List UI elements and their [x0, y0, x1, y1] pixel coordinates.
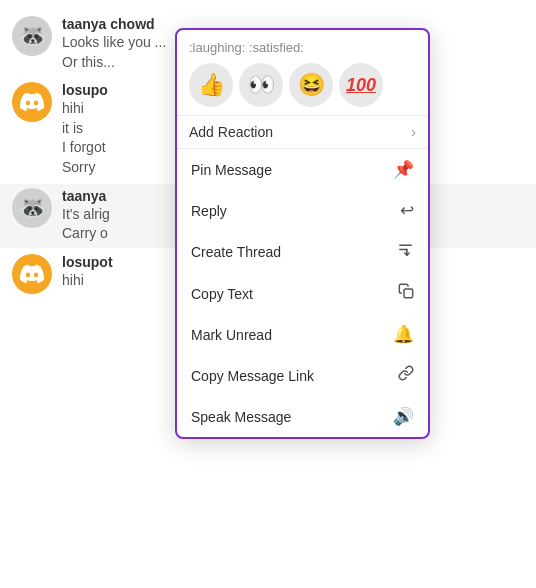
- menu-item-pin-label: Pin Message: [191, 162, 272, 178]
- msg-author-3: taanya: [62, 188, 110, 204]
- emoji-thumbsup-btn[interactable]: 👍: [189, 63, 233, 107]
- emoji-100-icon: 100: [346, 75, 376, 96]
- msg-text-2d: Sorry: [62, 158, 108, 178]
- menu-item-reply-label: Reply: [191, 203, 227, 219]
- msg-author-2: losupo: [62, 82, 108, 98]
- msg-content-4: losupot hihi: [62, 254, 113, 291]
- menu-item-speak-label: Speak Message: [191, 409, 291, 425]
- menu-item-copy-text[interactable]: Copy Text: [177, 273, 428, 314]
- menu-item-reply[interactable]: Reply ↩: [177, 190, 428, 231]
- avatar-discord-2: [12, 82, 52, 122]
- msg-content-1: taanya chowd Looks like you ... Or this.…: [62, 16, 166, 72]
- reply-icon: ↩: [400, 200, 414, 221]
- menu-item-mark-unread-label: Mark Unread: [191, 327, 272, 343]
- avatar-discord-4: [12, 254, 52, 294]
- bell-icon: 🔔: [393, 324, 414, 345]
- msg-content-3: taanya It's alrig Carry o: [62, 188, 110, 244]
- menu-item-copy-link-label: Copy Message Link: [191, 368, 314, 384]
- emoji-eyes-btn[interactable]: 👀: [239, 63, 283, 107]
- svg-rect-3: [404, 289, 413, 298]
- menu-item-pin[interactable]: Pin Message 📌: [177, 149, 428, 190]
- add-reaction-menu-item[interactable]: Add Reaction ›: [177, 116, 428, 149]
- avatar-raccoon-1: 🦝: [12, 16, 52, 56]
- msg-text-1a: Looks like you ...: [62, 33, 166, 53]
- msg-text-4a: hihi: [62, 271, 113, 291]
- chevron-right-icon: ›: [411, 124, 416, 140]
- speaker-icon: 🔊: [393, 406, 414, 427]
- emoji-100-btn[interactable]: 100: [339, 63, 383, 107]
- context-menu: :laughing: :satisfied: 👍 👀 😆 100 Add Rea…: [175, 28, 430, 439]
- menu-item-thread-label: Create Thread: [191, 244, 281, 260]
- msg-author-1: taanya chowd: [62, 16, 166, 32]
- menu-item-mark-unread[interactable]: Mark Unread 🔔: [177, 314, 428, 355]
- menu-item-thread[interactable]: Create Thread: [177, 231, 428, 273]
- msg-text-2c: I forgot: [62, 138, 108, 158]
- reaction-bar: :laughing: :satisfied: 👍 👀 😆 100: [177, 30, 428, 116]
- menu-item-copy-link[interactable]: Copy Message Link: [177, 355, 428, 396]
- copy-icon: [398, 283, 414, 304]
- msg-text-1b: Or this...: [62, 53, 166, 73]
- add-reaction-label: Add Reaction: [189, 124, 273, 140]
- emoji-laughing-btn[interactable]: 😆: [289, 63, 333, 107]
- msg-text-2a: hihi: [62, 99, 108, 119]
- msg-text-3b: Carry o: [62, 224, 110, 244]
- msg-text-3a: It's alrig: [62, 205, 110, 225]
- emoji-row: 👍 👀 😆 100: [189, 63, 416, 107]
- msg-content-2: losupo hihi it is I forgot Sorry: [62, 82, 108, 177]
- menu-item-speak[interactable]: Speak Message 🔊: [177, 396, 428, 437]
- reaction-hint: :laughing: :satisfied:: [189, 40, 416, 55]
- thread-icon: [397, 241, 414, 263]
- msg-author-4: losupot: [62, 254, 113, 270]
- avatar-raccoon-3: 🦝: [12, 188, 52, 228]
- msg-text-2b: it is: [62, 119, 108, 139]
- pin-icon: 📌: [393, 159, 414, 180]
- link-icon: [398, 365, 414, 386]
- menu-item-copy-text-label: Copy Text: [191, 286, 253, 302]
